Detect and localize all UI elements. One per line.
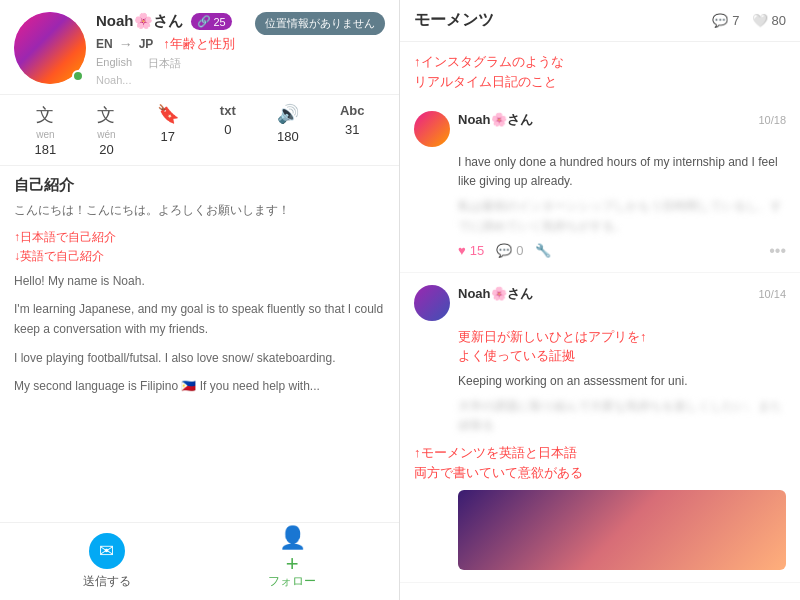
- like-icon-1: ♥: [458, 243, 466, 258]
- moment-like-1[interactable]: ♥ 15: [458, 243, 484, 258]
- moment-meta-1: Noah🌸さん 10/18: [458, 111, 786, 129]
- sub-name: Noah...: [96, 74, 385, 86]
- lang-to: JP: [139, 37, 154, 51]
- annotation-bio: ↑日本語で自己紹介 ↓英語で自己紹介: [14, 228, 385, 266]
- moment-header-row-1: Noah🌸さん 10/18: [458, 111, 786, 129]
- annotation-3: ↑モーメンツを英語と日本語 両方で書いていて意欲がある: [414, 443, 786, 482]
- bio-en-line-2: I'm learning Japanese, and my goal is to…: [14, 299, 385, 340]
- comment-icon-1: 💬: [496, 243, 512, 258]
- stat-icon-bookmark: 🔖: [157, 103, 179, 125]
- bio-section-title: 自己紹介: [0, 166, 399, 201]
- moment-card-1: Noah🌸さん 10/18 I have only done a hundred…: [400, 99, 800, 273]
- moments-feed: ↑インスタグラムのような リアルタイム日記のこと Noah🌸さん 10/18 I…: [400, 42, 800, 600]
- stat-wen: 文 wén 20: [97, 103, 115, 157]
- heart-icon: 🤍: [752, 13, 768, 28]
- stat-audio: 🔊 180: [277, 103, 299, 157]
- send-message-button[interactable]: ✉ 送信する: [47, 533, 167, 590]
- online-indicator: [72, 70, 84, 82]
- send-label: 送信する: [83, 573, 131, 590]
- stat-value-abc: 31: [345, 122, 359, 137]
- lang-from-label: English: [96, 56, 132, 71]
- send-icon: ✉: [89, 533, 125, 569]
- follow-icon: 👤+: [274, 533, 310, 569]
- badge: 🔗 25: [191, 13, 232, 30]
- bio-en-line-4: My second language is Filipino 🇵🇭 If you…: [14, 376, 385, 396]
- moment-meta-2: Noah🌸さん 10/14: [458, 285, 786, 303]
- moment-header-row-2: Noah🌸さん 10/14: [458, 285, 786, 303]
- annotation-moments: ↑インスタグラムのような リアルタイム日記のこと: [400, 42, 800, 99]
- comment-count-1: 0: [516, 243, 523, 258]
- annotation-1: ↑インスタグラムのような リアルタイム日記のこと: [414, 52, 786, 91]
- stat-label-posts: wen: [36, 129, 54, 140]
- stats-row: 文 wen 181 文 wén 20 🔖 17 txt 0 🔊 180 Abc …: [0, 94, 399, 166]
- translate-icon-1: 🔧: [535, 243, 551, 258]
- language-row: EN → JP ↑年齢と性別: [96, 35, 385, 53]
- bio-english: Hello! My name is Noah. I'm learning Jap…: [14, 271, 385, 397]
- moments-header: モーメンツ 💬 7 🤍 80: [400, 0, 800, 42]
- stat-label-wen: wén: [97, 129, 115, 140]
- moment-top-1: Noah🌸さん 10/18: [414, 111, 786, 147]
- stat-value-posts: 181: [35, 142, 57, 157]
- stat-icon-abc: Abc: [340, 103, 365, 118]
- badge-count: 25: [214, 16, 226, 28]
- moment-top-2: Noah🌸さん 10/14: [414, 285, 786, 321]
- profile-header: 位置情報がありません Noah🌸さん 🔗 25 EN → JP ↑年齢と性別: [0, 0, 399, 94]
- moment-text-en-2: Keeping working on an assessment for uni…: [458, 372, 786, 391]
- follow-label: フォロー: [268, 573, 316, 590]
- moment-actions-1: ♥ 15 💬 0 🔧 •••: [458, 242, 786, 260]
- moment-translate-1[interactable]: 🔧: [535, 243, 551, 258]
- bio-section: こんにちは！こんにちは。よろしくお願いします！ ↑日本語で自己紹介 ↓英語で自己…: [0, 201, 399, 522]
- stat-value-wen: 20: [99, 142, 113, 157]
- stat-icon-txt: txt: [220, 103, 236, 118]
- username: Noah🌸さん: [96, 12, 183, 31]
- bottom-actions: ✉ 送信する 👤+ フォロー: [0, 522, 399, 600]
- moment-more-1[interactable]: •••: [769, 242, 786, 260]
- bio-japanese: こんにちは！こんにちは。よろしくお願いします！: [14, 201, 385, 220]
- moment-text-jp-2: 大学の課題に取り組んで大変な気持ちを楽しくしたい、また頑張る: [458, 397, 786, 435]
- stat-icon-wen: 文: [97, 103, 115, 127]
- moments-stats: 💬 7 🤍 80: [712, 13, 786, 28]
- message-count: 7: [732, 13, 739, 28]
- lang-from: EN: [96, 37, 113, 51]
- annotation-2: 更新日が新しいひとはアプリを↑ よく使っている証拠: [458, 327, 786, 366]
- bio-en-line-3: I love playing football/futsal. I also l…: [14, 348, 385, 368]
- bio-en-line-1: Hello! My name is Noah.: [14, 271, 385, 291]
- avatar-container: [14, 12, 86, 84]
- message-icon: 💬: [712, 13, 728, 28]
- stat-posts: 文 wen 181: [35, 103, 57, 157]
- moment-text-en-1: I have only done a hundred hours of my i…: [458, 153, 786, 191]
- stat-value-bookmark: 17: [161, 129, 175, 144]
- moment-date-1: 10/18: [758, 114, 786, 126]
- moments-message-count: 💬 7: [712, 13, 739, 28]
- moment-avatar-2: [414, 285, 450, 321]
- stat-value-txt: 0: [224, 122, 231, 137]
- stat-value-audio: 180: [277, 129, 299, 144]
- stat-icon-audio: 🔊: [277, 103, 299, 125]
- moment-image-2: [458, 490, 786, 570]
- stat-txt: txt 0: [220, 103, 236, 157]
- bio-jp-text: こんにちは！こんにちは。よろしくお願いします！: [14, 201, 385, 220]
- stat-bookmark: 🔖 17: [157, 103, 179, 157]
- moment-avatar-1: [414, 111, 450, 147]
- heart-count: 80: [772, 13, 786, 28]
- right-panel: モーメンツ 💬 7 🤍 80 ↑インスタグラムのような リアルタイム日記のこと: [400, 0, 800, 600]
- like-count-1: 15: [470, 243, 484, 258]
- moments-heart-count: 🤍 80: [752, 13, 786, 28]
- badge-icon: 🔗: [197, 15, 211, 28]
- stat-abc: Abc 31: [340, 103, 365, 157]
- stat-icon-posts: 文: [36, 103, 54, 127]
- follow-button[interactable]: 👤+ フォロー: [232, 533, 352, 590]
- moments-title: モーメンツ: [414, 10, 494, 31]
- moment-card-2: Noah🌸さん 10/14 更新日が新しいひとはアプリを↑ よく使っている証拠 …: [400, 273, 800, 584]
- moment-user-1: Noah🌸さん: [458, 111, 533, 129]
- moment-date-2: 10/14: [758, 288, 786, 300]
- location-button[interactable]: 位置情報がありません: [255, 12, 385, 35]
- lang-labels: English 日本語: [96, 56, 385, 71]
- moment-text-jp-1: 私は最初のインターンシップしかもう百時間しているし、すでに諦めていく気持ちがする…: [458, 197, 786, 235]
- moment-comment-1[interactable]: 💬 0: [496, 243, 523, 258]
- moment-user-2: Noah🌸さん: [458, 285, 533, 303]
- annotation-age: ↑年齢と性別: [163, 35, 235, 53]
- left-panel: 位置情報がありません Noah🌸さん 🔗 25 EN → JP ↑年齢と性別: [0, 0, 400, 600]
- lang-to-label: 日本語: [148, 56, 181, 71]
- lang-arrow: →: [119, 36, 133, 52]
